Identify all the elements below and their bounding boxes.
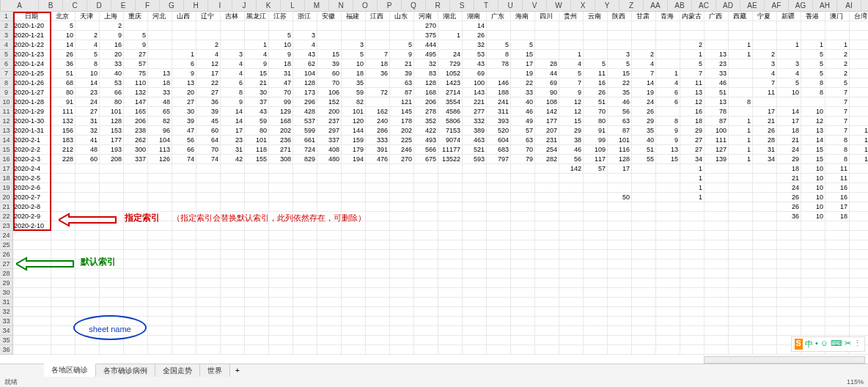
cell[interactable]: 26 <box>777 202 801 212</box>
cell[interactable]: 63 <box>390 78 414 88</box>
cell[interactable]: 29 <box>777 155 801 164</box>
cell[interactable] <box>148 59 172 69</box>
col-header-O[interactable]: O <box>353 0 378 11</box>
cell[interactable]: 9 <box>221 97 245 107</box>
cell[interactable]: 12 <box>559 107 584 117</box>
cell[interactable] <box>148 317 172 326</box>
cell[interactable] <box>100 345 124 355</box>
cell[interactable] <box>705 250 729 259</box>
cell[interactable]: 51 <box>705 88 729 97</box>
cell[interactable] <box>825 250 850 259</box>
cell[interactable] <box>245 202 269 212</box>
cell[interactable]: 天津 <box>76 12 100 21</box>
cell[interactable] <box>124 240 148 250</box>
cell[interactable] <box>729 174 753 183</box>
cell[interactable] <box>753 21 777 31</box>
cell[interactable] <box>317 231 342 240</box>
cell[interactable]: 14 <box>76 78 100 88</box>
cell[interactable] <box>76 202 100 212</box>
cell[interactable] <box>51 345 76 355</box>
cell[interactable]: 101 <box>100 107 124 117</box>
cell[interactable]: 44 <box>535 69 559 78</box>
cell[interactable] <box>680 345 705 355</box>
cell[interactable] <box>390 298 414 307</box>
cell[interactable] <box>753 259 777 269</box>
cell[interactable]: 3 <box>777 59 801 69</box>
cell[interactable] <box>632 21 656 31</box>
cell[interactable] <box>850 221 868 231</box>
cell[interactable]: 13 <box>172 78 196 88</box>
cell[interactable] <box>535 231 559 240</box>
cell[interactable]: 118 <box>245 145 269 155</box>
cell[interactable]: 60 <box>76 155 100 164</box>
cell[interactable] <box>535 31 559 40</box>
cell[interactable] <box>269 326 293 336</box>
cell[interactable]: 18 <box>777 126 801 136</box>
cell[interactable]: 19 <box>511 69 535 78</box>
cell[interactable]: 1 <box>729 126 753 136</box>
cell[interactable] <box>511 174 535 183</box>
cell[interactable]: 5 <box>801 59 825 69</box>
cell[interactable] <box>632 202 656 212</box>
cell[interactable] <box>269 288 293 298</box>
cell[interactable] <box>656 193 680 202</box>
cell[interactable]: 6 <box>221 78 245 88</box>
cell[interactable] <box>632 231 656 240</box>
cell[interactable] <box>656 107 680 117</box>
cell[interactable]: 87 <box>390 88 414 97</box>
cell[interactable] <box>584 221 608 231</box>
cell[interactable]: 23 <box>221 136 245 145</box>
cell[interactable]: 10 <box>76 69 100 78</box>
cell[interactable]: 444 <box>414 40 438 50</box>
cell[interactable] <box>293 231 317 240</box>
cell[interactable] <box>13 231 51 240</box>
row-header[interactable]: 29 <box>0 279 13 288</box>
cell[interactable]: 297 <box>317 126 342 136</box>
cell[interactable]: 101 <box>245 136 269 145</box>
cell[interactable] <box>100 174 124 183</box>
cell[interactable]: 70 <box>584 107 608 117</box>
cell[interactable] <box>414 288 438 298</box>
cell[interactable] <box>245 174 269 183</box>
cell[interactable] <box>51 279 76 288</box>
col-header-X[interactable]: X <box>571 0 595 11</box>
cell[interactable] <box>13 317 51 326</box>
cell[interactable] <box>76 307 100 317</box>
row-header[interactable]: 9 <box>0 88 13 97</box>
cell[interactable]: 2020-1-28 <box>13 97 51 107</box>
cell[interactable] <box>777 279 801 288</box>
cell[interactable]: 128 <box>608 155 632 164</box>
cell[interactable] <box>221 174 245 183</box>
cell[interactable] <box>559 221 584 231</box>
cell[interactable]: 142 <box>535 107 559 117</box>
cell[interactable]: 安徽 <box>317 12 342 21</box>
cell[interactable] <box>148 202 172 212</box>
cell[interactable]: 1 <box>559 50 584 59</box>
cell[interactable] <box>342 164 366 174</box>
cell[interactable]: 27 <box>172 97 196 107</box>
cell[interactable] <box>390 269 414 279</box>
cell[interactable]: 332 <box>463 117 487 126</box>
cell[interactable] <box>656 231 680 240</box>
cell[interactable]: 144 <box>342 126 366 136</box>
cell[interactable] <box>342 183 366 193</box>
cell[interactable] <box>317 336 342 345</box>
cell[interactable]: 39 <box>172 117 196 126</box>
cell[interactable] <box>414 183 438 193</box>
cell[interactable]: 36 <box>196 97 221 107</box>
cell[interactable] <box>414 298 438 307</box>
cell[interactable]: 16 <box>825 193 850 202</box>
cell[interactable] <box>632 250 656 259</box>
cell[interactable]: 337 <box>124 155 148 164</box>
cell[interactable] <box>100 193 124 202</box>
cell[interactable]: 128 <box>293 78 317 88</box>
cell[interactable]: 4 <box>753 69 777 78</box>
cell[interactable]: 吉林 <box>221 12 245 21</box>
cell[interactable] <box>196 174 221 183</box>
cell[interactable]: 5 <box>511 40 535 50</box>
cell[interactable]: 5 <box>584 59 608 69</box>
cell[interactable]: 5 <box>777 78 801 88</box>
cell[interactable]: 79 <box>511 155 535 164</box>
cell[interactable]: 2 <box>100 21 124 31</box>
cell[interactable] <box>172 279 196 288</box>
